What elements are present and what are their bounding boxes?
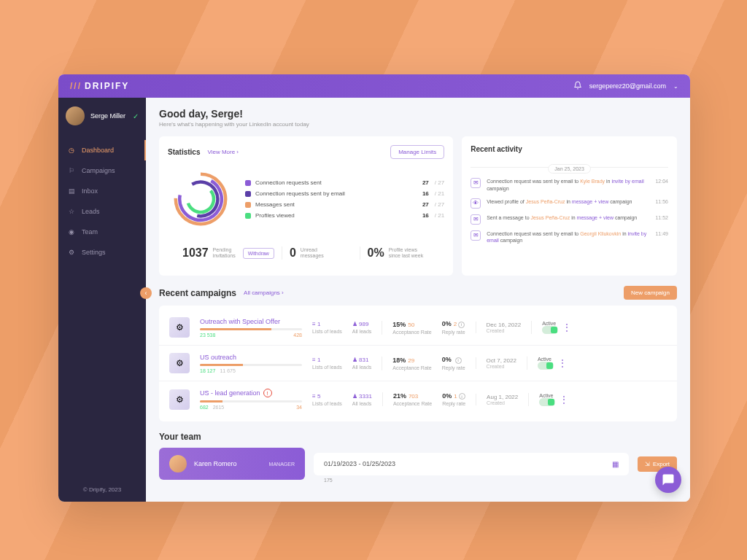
- main-content: Good day, Serge! Here's what's happening…: [146, 98, 690, 502]
- brand-logo[interactable]: /// DRIPIFY: [70, 81, 129, 91]
- star-icon: ☆: [67, 207, 76, 216]
- info-icon: i: [459, 393, 465, 400]
- activity-item[interactable]: ✉Connection request was sent by email to…: [471, 178, 668, 192]
- activity-type-icon: ✉: [471, 214, 481, 225]
- sidebar-item-team[interactable]: ◉Team: [58, 222, 146, 242]
- alert-icon: !: [263, 389, 272, 397]
- sidebar-item-leads[interactable]: ☆Leads: [58, 201, 146, 222]
- topbar: /// DRIPIFY sergeperez20@gmail.com ⌄: [58, 74, 690, 98]
- team-member-card[interactable]: Karen Romero MANAGER: [159, 448, 305, 480]
- all-campaigns-link[interactable]: All campaigns ›: [244, 289, 284, 296]
- activity-type-icon: ✉: [471, 230, 481, 241]
- logo-slashes-icon: ///: [70, 81, 82, 91]
- status-toggle[interactable]: [542, 326, 558, 334]
- activity-title: Recent activity: [471, 145, 522, 153]
- activity-card: Recent activity Jan 25, 2023 ✉Connection…: [462, 136, 677, 276]
- sidebar-item-inbox[interactable]: ▤Inbox: [58, 181, 146, 201]
- activity-item[interactable]: ✉Connection request was sent by email to…: [471, 230, 668, 245]
- sidebar-item-dashboard[interactable]: ◷Dashboard: [58, 140, 146, 160]
- new-campaign-button[interactable]: New campaign: [624, 286, 677, 300]
- stat-row: Messages sent27/ 27: [245, 201, 444, 208]
- shield-icon: ✓: [133, 112, 139, 120]
- person-icon: ◉: [67, 228, 76, 236]
- withdraw-button[interactable]: Withdraw: [243, 248, 274, 259]
- stat-row: Connection requests sent27/ 27: [245, 179, 444, 186]
- sidebar-nav: ◷Dashboard ⚐Campaigns ▤Inbox ☆Leads ◉Tea…: [58, 134, 146, 262]
- stat-dot-icon: [245, 213, 251, 219]
- campaign-row[interactable]: ⚙ US outreach 18 12711 675 ≡ 1Lists of l…: [159, 346, 677, 381]
- stat-dot-icon: [245, 202, 251, 208]
- quick-stat: 1037PendinginvitationsWithdraw: [175, 246, 282, 260]
- app-window: /// DRIPIFY sergeperez20@gmail.com ⌄ Ser…: [58, 74, 690, 502]
- calendar-icon: ▦: [612, 460, 619, 468]
- date-range-text: 01/19/2023 - 01/25/2023: [324, 460, 395, 467]
- team-title: Your team: [159, 432, 201, 442]
- campaign-thumbnail: ⚙: [169, 389, 190, 410]
- campaigns-title: Recent campaigns: [159, 288, 236, 298]
- stat-row: Profiles viewed16/ 21: [245, 212, 444, 219]
- avatar: [66, 106, 85, 125]
- campaign-thumbnail: ⚙: [169, 353, 190, 373]
- chat-fab-button[interactable]: [655, 467, 681, 493]
- sidebar-item-campaigns[interactable]: ⚐Campaigns: [58, 160, 146, 181]
- flag-icon: ⚐: [67, 166, 76, 175]
- stat-row: Connection requests sent by email16/ 21: [245, 190, 444, 197]
- stats-title: Statistics: [168, 148, 200, 156]
- activity-date: Jan 25, 2023: [548, 164, 590, 174]
- info-icon: i: [455, 357, 462, 364]
- quick-stat: 0%Profile viewssince last week: [360, 246, 438, 260]
- more-menu-icon[interactable]: ⋮: [558, 361, 567, 365]
- sidebar-item-settings[interactable]: ⚙Settings: [58, 242, 146, 262]
- chat-icon: ▤: [67, 187, 76, 195]
- status-toggle[interactable]: [539, 398, 555, 406]
- activity-item[interactable]: 👁Viewed profile of Jesus Peña-Cruz in me…: [471, 198, 668, 209]
- export-icon: ⇲: [645, 461, 650, 467]
- statistics-card: Statistics View More › Manage Limits Con…: [159, 136, 453, 276]
- avatar: [169, 455, 187, 472]
- quick-stat: 0Unreadmessages: [282, 246, 360, 260]
- stat-dot-icon: [245, 180, 251, 186]
- user-name: Serge Miller: [90, 112, 125, 120]
- campaign-thumbnail: ⚙: [169, 317, 190, 338]
- sidebar: Serge Miller ✓ ◷Dashboard ⚐Campaigns ▤In…: [58, 98, 146, 502]
- greeting-subtitle: Here's what's happening with your Linked…: [159, 121, 677, 128]
- team-member-name: Karen Romero: [194, 460, 237, 467]
- campaign-row[interactable]: ⚙ Outreach with Special Offer 23 538428 …: [159, 310, 677, 346]
- view-more-link[interactable]: View More ›: [207, 149, 239, 155]
- gear-icon: ⚙: [67, 248, 76, 257]
- date-range-count: 175: [324, 478, 333, 483]
- sidebar-user[interactable]: Serge Miller ✓: [58, 98, 146, 134]
- campaign-row[interactable]: ⚙ US - lead generation! 682261534 ≡ 5Lis…: [159, 381, 677, 417]
- team-member-role: MANAGER: [269, 462, 295, 467]
- stats-donut-chart: [168, 166, 233, 232]
- more-menu-icon[interactable]: ⋮: [560, 397, 568, 402]
- greeting-title: Good day, Serge!: [159, 108, 677, 120]
- chevron-down-icon[interactable]: ⌄: [673, 83, 678, 90]
- campaigns-list: ⚙ Outreach with Special Offer 23 538428 …: [159, 306, 677, 421]
- more-menu-icon[interactable]: ⋮: [562, 325, 571, 330]
- svg-point-2: [177, 176, 224, 222]
- sidebar-collapse-button[interactable]: ‹: [140, 287, 152, 299]
- user-email[interactable]: sergeperez20@gmail.com: [589, 82, 666, 90]
- chat-icon: [662, 473, 675, 486]
- activity-item[interactable]: ✉Sent a message to Jesus Peña-Cruz in me…: [471, 214, 668, 225]
- activity-type-icon: ✉: [471, 178, 481, 188]
- info-icon: i: [458, 322, 465, 328]
- brand-text: DRIPIFY: [85, 81, 129, 91]
- bell-icon[interactable]: [573, 81, 582, 91]
- stat-dot-icon: [245, 191, 251, 197]
- manage-limits-button[interactable]: Manage Limits: [390, 145, 444, 159]
- status-toggle[interactable]: [538, 362, 554, 370]
- activity-type-icon: 👁: [471, 198, 481, 209]
- footer-copyright: © Dripify, 2023: [58, 478, 146, 502]
- clock-icon: ◷: [67, 146, 76, 155]
- svg-point-1: [172, 171, 230, 228]
- date-range-picker[interactable]: 01/19/2023 - 01/25/2023 ▦ 175: [314, 453, 629, 475]
